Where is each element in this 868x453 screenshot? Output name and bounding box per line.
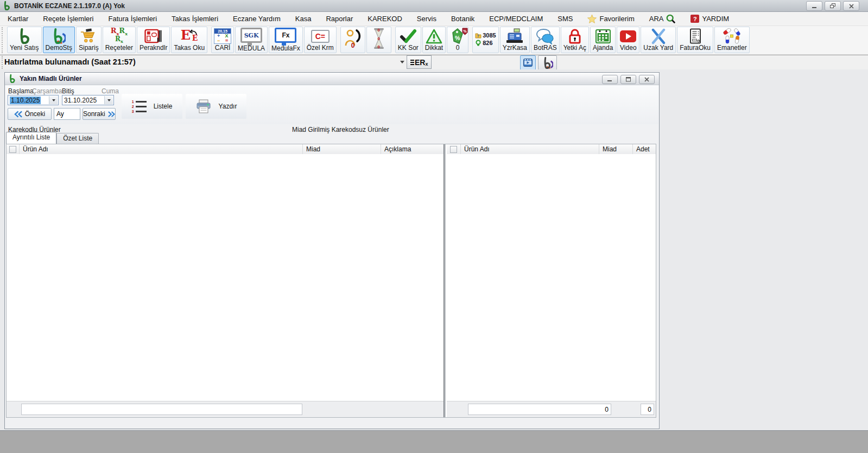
- toolbar-botras[interactable]: BotRAS: [531, 27, 560, 53]
- toolbar-perakndlr[interactable]: Perakndlr: [137, 27, 170, 53]
- footer-filter-input[interactable]: [21, 404, 302, 415]
- toolbar-yetki-ac[interactable]: Yetki Aç: [561, 27, 589, 53]
- column-adet[interactable]: Adet: [633, 144, 656, 154]
- restore-button[interactable]: [825, 1, 841, 11]
- menu-botanik[interactable]: Botanik: [451, 15, 474, 23]
- toolbar-siparis[interactable]: Sipariş: [76, 27, 102, 53]
- exchange-e-icon: E E: [180, 28, 199, 44]
- combo-dropdown-icon[interactable]: [104, 96, 113, 104]
- cash-register-icon: [505, 28, 524, 44]
- double-chevron-left-icon: [14, 111, 22, 118]
- tab-strip: Ayrıntılı Liste Özet Liste: [6, 132, 99, 144]
- toolbar-ajanda[interactable]: Ajanda: [590, 27, 616, 53]
- dialog-titlebar[interactable]: Yakın Miadlı Ürünler: [5, 73, 659, 85]
- botanik-quick-button[interactable]: [538, 55, 557, 70]
- column-urun-adi[interactable]: Ürün Adı: [20, 144, 303, 154]
- column-miad[interactable]: Miad: [303, 144, 381, 154]
- menu-fatura-islemleri[interactable]: Fatura İşlemleri: [109, 15, 157, 23]
- menu-ara[interactable]: ARA: [649, 14, 676, 24]
- start-day-label: Çarşamba: [32, 87, 62, 95]
- column-miad[interactable]: Miad: [599, 144, 633, 154]
- overflow-caret-icon[interactable]: [400, 61, 404, 63]
- listele-button[interactable]: 1 2 3 Listele: [122, 94, 182, 119]
- menu-karekod[interactable]: KAREKOD: [368, 15, 402, 23]
- phone-contact-icon: 0: [344, 28, 362, 49]
- dialog-controls: [602, 75, 655, 84]
- yakin-miadli-urunler-window: Yakın Miadlı Ürünler Başlama Çarşamba Bi…: [4, 72, 660, 429]
- card-icon: C=: [311, 28, 330, 44]
- toolbar-emanetler[interactable]: Emanetler: [714, 27, 750, 53]
- toolbar-medula[interactable]: SGK MEDULA: [235, 27, 268, 53]
- toolbar-demosts[interactable]: DemoStş: [43, 27, 75, 53]
- warning-icon: [426, 28, 442, 44]
- pacifier-icon: [475, 40, 481, 46]
- close-button[interactable]: [843, 1, 859, 11]
- dialog-title: Yakın Miadlı Ürünler: [20, 75, 82, 82]
- grid-splitter[interactable]: [443, 144, 446, 417]
- toolbar-medulafx[interactable]: Fx MedulaFx: [269, 27, 303, 53]
- end-date-label: Bitiş: [62, 87, 74, 95]
- menu-kartlar[interactable]: Kartlar: [8, 15, 28, 23]
- footer-adet-input[interactable]: [641, 404, 654, 415]
- media-button[interactable]: [520, 55, 536, 70]
- end-date-combobox[interactable]: 31.10.2025: [62, 95, 114, 105]
- menu-sms[interactable]: SMS: [557, 15, 573, 23]
- period-input[interactable]: [54, 108, 80, 120]
- menu-ecp-medclaim[interactable]: ECP/MEDCLAIM: [489, 15, 543, 23]
- previous-label: Önceki: [25, 110, 45, 118]
- next-period-button[interactable]: Sonraki: [83, 108, 116, 120]
- menu-kasa[interactable]: Kasa: [295, 15, 312, 23]
- select-all-checkbox[interactable]: [9, 146, 16, 153]
- toolbar-takas-oku[interactable]: E E Takas Oku: [171, 27, 207, 53]
- tab-ayrintili-liste[interactable]: Ayrıntılı Liste: [6, 132, 56, 144]
- menu-bar: Kartlar Reçete İşlemleri Fatura İşlemler…: [0, 12, 868, 26]
- menu-raporlar[interactable]: Raporlar: [326, 15, 353, 23]
- toolbar-video[interactable]: Video: [617, 27, 639, 53]
- screen: { "titlebar": { "title": "BOTANİK ECZANE…: [0, 0, 868, 453]
- botanik-demo-logo-icon: [52, 28, 66, 44]
- hourglass-icon: 0 0 0: [372, 28, 386, 49]
- counter-icon: ? 3085 826: [475, 28, 496, 50]
- search-icon: [666, 14, 676, 24]
- toolbar-faturaoku[interactable]: FaturaOku: [677, 27, 713, 53]
- table-body[interactable]: [447, 154, 656, 401]
- toolbar-indirim[interactable]: % % 0: [447, 27, 468, 53]
- menu-servis[interactable]: Servis: [417, 15, 436, 23]
- column-aciklama[interactable]: Açıklama: [381, 144, 443, 154]
- combo-dropdown-icon[interactable]: [49, 96, 58, 104]
- toolbar-telefon-siparis[interactable]: 0: [340, 27, 365, 53]
- dialog-minimize-button[interactable]: [602, 75, 618, 84]
- toolbar-kk-sor[interactable]: KK Sor: [395, 27, 421, 53]
- toolbar-grip[interactable]: [2, 27, 5, 53]
- erecete-button[interactable]: ERx: [407, 55, 432, 69]
- discount-tag-icon: % %: [449, 28, 466, 44]
- menu-eczane-yardim[interactable]: Eczane Yardım: [233, 15, 281, 23]
- retail-barcode-icon: [144, 28, 162, 44]
- start-date-combobox[interactable]: 1.10.2025: [8, 95, 59, 105]
- toolbar-dikkat[interactable]: Dikkat: [422, 27, 446, 53]
- toolbar-yeni-satis[interactable]: Yeni Satış: [7, 27, 42, 53]
- select-all-checkbox[interactable]: [450, 146, 457, 153]
- check-icon: [400, 28, 417, 44]
- reminder-text: Hatırlatma bulunamadı (Saat 21:57): [4, 58, 136, 66]
- toolbar-cari[interactable]: 20,15 +X −= CARİ: [211, 27, 234, 53]
- menu-takas-islemleri[interactable]: Takas İşlemleri: [172, 15, 218, 23]
- dialog-close-button[interactable]: [639, 75, 655, 84]
- minimize-button[interactable]: [806, 1, 822, 11]
- tab-ozet-liste[interactable]: Özet Liste: [56, 133, 99, 144]
- toolbar-receteler[interactable]: RxRx Rx Reçeteler: [103, 27, 136, 53]
- dialog-maximize-button[interactable]: [620, 75, 636, 84]
- menu-yardim[interactable]: ? YARDIM: [690, 15, 729, 23]
- footer-total-input[interactable]: [468, 404, 611, 415]
- toolbar-ozel-krm[interactable]: C= Özel Krm: [304, 27, 337, 53]
- column-urun-adi[interactable]: Ürün Adı: [461, 144, 599, 154]
- toolbar-sayaclar[interactable]: ? 3085 826: [472, 27, 498, 53]
- previous-period-button[interactable]: Önceki: [8, 108, 52, 120]
- menu-favorilerim[interactable]: Favorilerim: [587, 15, 634, 23]
- toolbar-uzak-yard[interactable]: Uzak Yard: [641, 27, 676, 53]
- menu-recete-islemleri[interactable]: Reçete İşlemleri: [43, 15, 93, 23]
- toolbar-yzrkasa[interactable]: YzrKasa: [500, 27, 530, 53]
- toolbar-bekleyen-islemler[interactable]: 0 0 0: [366, 27, 391, 53]
- table-body[interactable]: [7, 154, 443, 401]
- yazdir-button[interactable]: Yazdır: [186, 94, 246, 119]
